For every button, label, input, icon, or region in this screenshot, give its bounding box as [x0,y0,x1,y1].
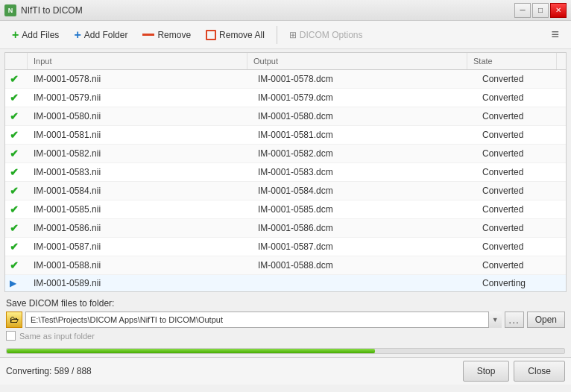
state-cell: Converted [476,127,566,143]
folder-row: 🗁 ▼ ... Open [6,312,565,328]
input-cell: IM-0001-0588.nii [28,257,252,274]
output-cell [252,280,476,286]
table-row: ✔IM-0001-0585.niiIM-0001-0585.dcmConvert… [5,200,566,219]
remove-button[interactable]: Remove [136,27,197,43]
table-row: ✔IM-0001-0582.niiIM-0001-0582.dcmConvert… [5,145,566,163]
browse-button[interactable]: ... [505,312,524,328]
table-header: Input Output State [5,53,566,70]
add-files-button[interactable]: + Add Files [6,26,65,44]
table-row: ✔IM-0001-0587.niiIM-0001-0587.dcmConvert… [5,238,566,256]
file-table: Input Output State ✔IM-0001-0578.niiIM-0… [4,52,567,292]
remove-all-button[interactable]: Remove All [200,27,271,43]
add-folder-label: Add Folder [84,30,128,40]
state-cell: Converted [476,71,566,87]
input-cell: IM-0001-0578.nii [28,71,252,87]
check-icon: ✔ [5,126,28,144]
state-cell: Converted [476,220,566,236]
output-cell: IM-0001-0579.dcm [252,89,476,106]
table-row: ✔IM-0001-0580.niiIM-0001-0580.dcmConvert… [5,107,566,126]
output-cell: IM-0001-0587.dcm [252,238,476,255]
table-row: ✔IM-0001-0579.niiIM-0001-0579.dcmConvert… [5,89,566,107]
folder-dropdown-button[interactable]: ▼ [488,312,502,328]
check-icon: ✔ [5,200,28,218]
output-cell: IM-0001-0580.dcm [252,108,476,124]
state-cell: Converted [476,89,566,106]
same-folder-checkbox[interactable] [6,331,16,341]
table-body: ✔IM-0001-0578.niiIM-0001-0578.dcmConvert… [5,70,566,292]
check-icon: ✔ [5,89,28,107]
table-row: ✔IM-0001-0588.niiIM-0001-0588.dcmConvert… [5,256,566,275]
output-cell: IM-0001-0588.dcm [252,257,476,274]
folder-input-wrapper: ▼ [25,312,502,328]
check-icon: ✔ [5,145,28,162]
app-icon: N [4,4,16,16]
same-folder-row: Same as input folder [6,331,565,341]
grid-icon: ⊞ [289,30,297,40]
state-cell: Converted [476,108,566,124]
remove-label: Remove [157,30,191,40]
input-cell: IM-0001-0583.nii [28,164,252,180]
state-cell: Converted [476,201,566,218]
app-title: NIfTI to DICOM [21,5,514,16]
toolbar: + Add Files + Add Folder Remove Remove A… [0,21,571,49]
output-cell: IM-0001-0582.dcm [252,145,476,162]
table-row: ▶IM-0001-0589.niiConverting [5,275,566,292]
state-cell: Converted [476,183,566,199]
title-bar: N NIfTI to DICOM ─ □ ✕ [0,0,571,21]
table-row: ✔IM-0001-0584.niiIM-0001-0584.dcmConvert… [5,182,566,200]
check-icon: ✔ [5,219,28,237]
state-cell: Converted [476,145,566,162]
progress-bar-container [6,348,565,354]
status-bar: Converting: 589 / 888 Stop Close [0,357,571,385]
close-button-bottom[interactable]: Close [514,361,565,382]
input-cell: IM-0001-0581.nii [28,127,252,143]
dicom-options-label: DICOM Options [300,30,363,40]
remove-icon [142,34,154,36]
input-cell: IM-0001-0589.nii [28,275,252,291]
table-row: ✔IM-0001-0586.niiIM-0001-0586.dcmConvert… [5,219,566,238]
bottom-panel: Save DICOM files to folder: 🗁 ▼ ... Open… [0,295,571,344]
plus-blue-icon: + [74,29,81,41]
check-icon: ✔ [5,70,28,88]
remove-all-icon [206,30,216,40]
save-label: Save DICOM files to folder: [6,298,565,309]
input-cell: IM-0001-0587.nii [28,238,252,255]
play-icon: ▶ [5,275,28,291]
check-icon: ✔ [5,107,28,125]
window-controls: ─ □ ✕ [514,3,567,18]
maximize-button[interactable]: □ [532,3,549,18]
input-cell: IM-0001-0586.nii [28,220,252,236]
folder-path-input[interactable] [25,312,502,328]
close-button[interactable]: ✕ [550,3,567,18]
output-cell: IM-0001-0586.dcm [252,220,476,236]
output-cell: IM-0001-0585.dcm [252,201,476,218]
add-folder-button[interactable]: + Add Folder [68,26,133,44]
minimize-button[interactable]: ─ [514,3,531,18]
header-status [5,53,28,69]
stop-button[interactable]: Stop [463,361,510,382]
open-button[interactable]: Open [527,312,565,328]
hamburger-icon[interactable]: ≡ [545,24,565,45]
table-row: ✔IM-0001-0578.niiIM-0001-0578.dcmConvert… [5,70,566,89]
state-cell: Converted [476,238,566,255]
same-folder-label: Same as input folder [19,332,95,341]
input-cell: IM-0001-0579.nii [28,89,252,106]
input-cell: IM-0001-0584.nii [28,183,252,199]
table-row: ✔IM-0001-0581.niiIM-0001-0581.dcmConvert… [5,126,566,145]
status-text: Converting: 589 / 888 [6,366,458,376]
check-icon: ✔ [5,182,28,200]
check-icon: ✔ [5,238,28,256]
remove-all-label: Remove All [219,30,265,40]
add-files-label: Add Files [22,30,59,40]
header-output: Output [247,53,467,69]
state-cell: Converted [476,164,566,180]
output-cell: IM-0001-0583.dcm [252,164,476,180]
progress-bar-fill [7,349,375,353]
state-cell: Converted [476,257,566,274]
header-state: State [467,53,557,69]
check-icon: ✔ [5,163,28,181]
folder-icon-button[interactable]: 🗁 [6,312,22,328]
output-cell: IM-0001-0578.dcm [252,71,476,87]
dicom-options-button[interactable]: ⊞ DICOM Options [283,27,369,43]
output-cell: IM-0001-0581.dcm [252,127,476,143]
